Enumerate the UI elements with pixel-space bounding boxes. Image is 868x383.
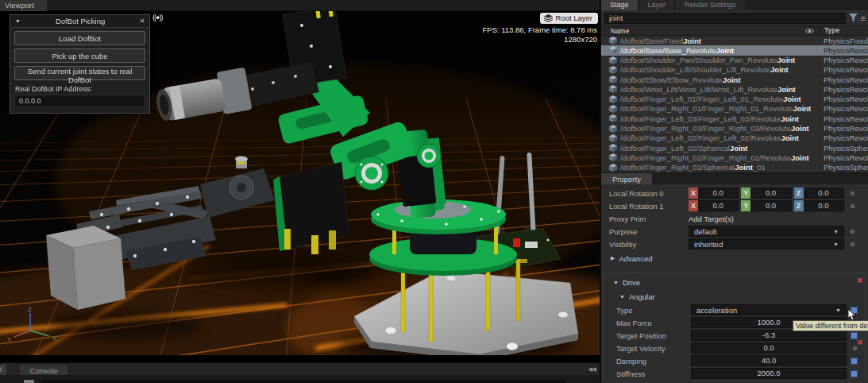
fps-counter: FPS: 113.86, Frame time: 8.78 ms <box>483 25 598 35</box>
table-row[interactable]: /dofbot/Finger_Right_02/SphericalJoint_0… <box>601 162 868 172</box>
local-rotation-1-y[interactable]: 0.0 <box>750 200 791 211</box>
local-rotation-1-label: Local Rotation 1 <box>609 202 689 211</box>
damping-input[interactable]: 40.0 <box>691 355 847 366</box>
target-velocity-input[interactable]: 0.0 <box>691 342 847 354</box>
local-rotation-1-row: Local Rotation 1 X0.0 Y0.0 Z0.0 <box>601 199 868 212</box>
modified-indicator[interactable] <box>851 370 858 377</box>
remove-attribute-icon[interactable]: ✖ <box>857 339 863 346</box>
tab-property[interactable]: Property <box>601 173 652 184</box>
prim-cube-icon <box>609 37 617 44</box>
table-row[interactable]: /dofbot/Finger_Left_01/Finger_Left_01_Re… <box>601 95 868 104</box>
prim-path: /dofbot/Finger_Right_02/SphericalJoint_0… <box>620 163 820 172</box>
ip-address-label: Real DofBot IP Address: <box>15 85 145 93</box>
z-badge: Z <box>794 200 804 211</box>
table-row[interactable]: /dofbot/Finger_Right_02/Finger_Right_02/… <box>601 153 868 162</box>
clipped-tab[interactable]: t <box>0 364 6 376</box>
tab-console[interactable]: Console <box>19 364 68 376</box>
modified-indicator[interactable] <box>851 358 858 365</box>
load-dofbot-button[interactable]: Load DofBot <box>14 31 145 45</box>
x-badge: X <box>689 188 698 199</box>
prim-cube-icon <box>609 144 617 152</box>
drive-section-header[interactable]: ▼ Drive <box>604 275 866 289</box>
drive-type-dropdown[interactable]: acceleration▼ <box>691 304 847 315</box>
prim-type: PhysicsRevoluteJoint <box>820 95 868 103</box>
bottom-tabbar: t Console ◀◀ <box>0 362 600 375</box>
visibility-dropdown[interactable]: inherited▼ <box>689 238 844 250</box>
default-indicator[interactable] <box>851 204 854 208</box>
table-row[interactable]: /dofbot/Finger_Left_03/Finger_Left_03/Re… <box>601 114 868 123</box>
stage-search-input[interactable] <box>604 13 846 24</box>
tooltip: Value different from default <box>793 320 868 331</box>
console-grip[interactable] <box>24 380 34 383</box>
target-position-input[interactable]: -6.3 <box>691 330 847 341</box>
axis-gizmo: Z Y X <box>5 305 60 350</box>
stiffness-input[interactable]: 2000.0 <box>691 368 847 379</box>
tab-viewport[interactable]: Viewport <box>0 0 47 11</box>
visibility-eye-icon[interactable] <box>805 28 820 34</box>
live-sync-icon[interactable]: ((●)) <box>152 14 162 21</box>
table-row[interactable]: /dofbot/Elbow/Elbow_RevoluteJoint Physic… <box>601 75 868 84</box>
table-row[interactable]: /dofbot/Finger_Left_02/SphericalJoint Ph… <box>601 143 868 153</box>
target-velocity-row: Target Velocity 0.0 <box>604 342 866 354</box>
table-row-selected[interactable]: /dofbot/Base/Base_RevoluteJoint PhysicsR… <box>601 45 868 55</box>
prim-path: /dofbot/Finger_Left_02/SphericalJoint <box>620 144 820 153</box>
angular-label: Angular <box>629 292 655 301</box>
drive-type-label: Type <box>616 306 691 315</box>
stage-tree: /dofbot/Base/FixedJoint PhysicsFixedJoin… <box>601 36 868 172</box>
advanced-section-header[interactable]: ▶ Advanced <box>601 250 868 266</box>
local-rotation-0-y[interactable]: 0.0 <box>750 188 791 199</box>
viewport-3d[interactable]: ▼ DofBot Picking × Load DofBot Pick up t… <box>0 11 600 362</box>
dofbot-panel-header[interactable]: ▼ DofBot Picking × <box>10 15 149 28</box>
table-row[interactable]: /dofbot/Finger_Right_01/Finger_Right_01_… <box>601 104 868 114</box>
purpose-dropdown[interactable]: default▼ <box>689 226 844 237</box>
close-icon[interactable]: × <box>140 17 145 25</box>
local-rotation-1-x[interactable]: 0.0 <box>698 200 739 211</box>
prim-path: /dofbot/Finger_Right_01/Finger_Right_01_… <box>620 104 820 113</box>
collapse-left-icon[interactable]: ◀◀ <box>588 366 596 373</box>
column-type[interactable]: Type <box>820 25 868 36</box>
default-indicator[interactable] <box>853 346 857 350</box>
chevron-down-icon: ▼ <box>833 229 839 234</box>
default-indicator[interactable] <box>851 230 854 234</box>
add-targets-button[interactable]: Add Target(s) <box>689 215 734 223</box>
remove-drive-icon[interactable]: ✖ <box>857 277 863 284</box>
proxy-prim-row: Proxy Prim Add Target(s) <box>601 212 868 225</box>
default-indicator[interactable] <box>851 192 854 195</box>
ip-address-input[interactable] <box>14 95 145 107</box>
prim-cube-icon <box>609 134 617 142</box>
mouse-cursor <box>847 309 858 321</box>
axis-y-label: Y <box>52 335 57 342</box>
tab-layer[interactable]: Layer <box>639 0 675 10</box>
table-row[interactable]: /dofbot/Shoulder_Pan/Shoulder_Pan_Revolu… <box>601 56 868 65</box>
table-row[interactable]: /dofbot/Finger_Right_03/Finger_Right_03/… <box>601 123 868 133</box>
tab-render-settings[interactable]: Render Settings <box>676 0 745 10</box>
table-row[interactable]: /dofbot/Base/FixedJoint PhysicsFixedJoin… <box>601 36 868 45</box>
column-name[interactable]: Name <box>601 27 805 35</box>
advanced-label: Advanced <box>619 254 652 263</box>
prim-cube-icon <box>609 75 617 83</box>
property-tabbar: Property <box>601 172 868 184</box>
prim-cube-icon <box>609 125 617 133</box>
z-badge: Z <box>794 188 804 199</box>
tab-stage[interactable]: Stage <box>601 0 638 10</box>
expand-arrow-icon: ▶ <box>611 255 615 261</box>
root-layer-button[interactable]: Root Layer <box>540 13 598 24</box>
table-row[interactable]: /dofbot/Finger_Left_02/Finger_Left_02/Re… <box>601 133 868 143</box>
options-menu-icon[interactable]: ≡ <box>861 14 866 23</box>
pick-up-cube-button[interactable]: Pick up the cube <box>14 48 145 63</box>
default-indicator[interactable] <box>851 242 854 246</box>
prim-path: /dofbot/Finger_Left_02/Finger_Left_02/Re… <box>620 133 820 142</box>
local-rotation-0-x[interactable]: 0.0 <box>698 188 739 199</box>
prim-path: /dofbot/Finger_Right_02/Finger_Right_02/… <box>620 153 820 162</box>
local-rotation-0-row: Local Rotation 0 X0.0 Y0.0 Z0.0 <box>601 187 868 199</box>
local-rotation-0-z[interactable]: 0.0 <box>804 188 844 199</box>
angular-section-header[interactable]: ▼ Angular <box>604 289 866 304</box>
local-rotation-1-z[interactable]: 0.0 <box>804 200 844 211</box>
filter-icon[interactable] <box>849 14 858 22</box>
prim-type: PhysicsSphericalJoint <box>820 144 868 153</box>
viewport-tabbar: Viewport <box>0 0 600 11</box>
send-joint-states-button[interactable]: Send current joint states to real DofBot <box>14 66 145 80</box>
table-row[interactable]: /dofbot/Shoulder_Lift/Shoulder_Lift_Revo… <box>601 65 868 75</box>
table-row[interactable]: /dofbot/Wrist_Lift/Wrist_Lift/Wrist_Lift… <box>601 84 868 94</box>
collapse-arrow-icon[interactable]: ▼ <box>15 18 21 24</box>
